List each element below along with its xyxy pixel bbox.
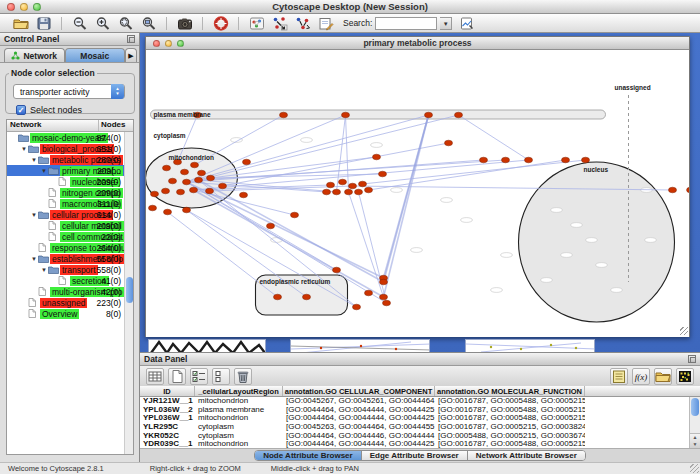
tab-overflow-arrow-icon[interactable]: ▶ bbox=[125, 48, 137, 62]
zoom-fit-icon[interactable] bbox=[117, 15, 134, 31]
table-scrollbar-arrows[interactable]: ▲▼ bbox=[690, 433, 700, 448]
tree-row-establishment-of-lo[interactable]: ▼establishment of lo558(0) bbox=[7, 253, 133, 264]
table-cell: [GO:0016787, GO:0005488, GO:0005215, G..… bbox=[435, 406, 585, 415]
tree-scrollbar-thumb[interactable] bbox=[126, 277, 133, 303]
tree-row-cellular-metabol[interactable]: cellular metabol209(0) bbox=[7, 220, 133, 231]
tree-expand-arrow-icon[interactable]: ▼ bbox=[30, 157, 38, 163]
attr-new-icon[interactable] bbox=[168, 368, 186, 385]
column-header-3[interactable]: annotation.GO MOLECULAR_FUNCTION bbox=[435, 386, 585, 396]
group-legend: Node color selection bbox=[9, 68, 97, 78]
tree-expand-arrow-icon[interactable]: ▼ bbox=[30, 256, 38, 262]
zoom-network-window-button[interactable] bbox=[177, 40, 184, 47]
table-cell: [GO:0016787, GO:0005215, GO:0003824, G..… bbox=[435, 423, 585, 432]
app-resize-grip[interactable] bbox=[690, 464, 699, 473]
tree-row-overview[interactable]: Overview8(0) bbox=[7, 308, 133, 319]
tree-expand-arrow-icon[interactable]: ▼ bbox=[40, 267, 48, 273]
table-row-ypl036w__2[interactable]: YPL036W__2plasma membrane[GO:0044464, GO… bbox=[140, 406, 700, 415]
table-row-yjr121w__1[interactable]: YJR121W__1mitochondrion[GO:0045267, GO:0… bbox=[140, 397, 700, 406]
attr-grid-icon[interactable] bbox=[146, 368, 164, 385]
close-network-window-button[interactable] bbox=[153, 40, 160, 47]
zoom-out-icon[interactable] bbox=[71, 15, 88, 31]
float-panel-icon[interactable] bbox=[127, 35, 135, 43]
background-window-fragment[interactable] bbox=[290, 339, 430, 353]
import-folder-icon[interactable] bbox=[654, 368, 672, 385]
tree-header-nodes[interactable]: Nodes bbox=[99, 120, 133, 131]
node-color-dropdown[interactable]: transporter activity ▲▼ bbox=[13, 84, 125, 99]
save-icon[interactable] bbox=[35, 15, 52, 31]
background-network-fragment[interactable] bbox=[148, 339, 266, 353]
folder-icon bbox=[38, 210, 50, 219]
svg-text:unassigned: unassigned bbox=[615, 84, 651, 92]
column-header-id[interactable]: ID bbox=[140, 386, 195, 396]
table-row-ylr295c[interactable]: YLR295Ccytoplasm[GO:0045263, GO:0044464,… bbox=[140, 423, 700, 432]
tab-network-attribute-browser[interactable]: Network Attribute Browser bbox=[468, 451, 585, 460]
layout-a-icon[interactable] bbox=[271, 15, 288, 31]
table-scrollbar-thumb[interactable] bbox=[691, 398, 699, 416]
table-row-ykr052c[interactable]: YKR052Ccytoplasm[GO:0044464, GO:0044446,… bbox=[140, 432, 700, 441]
close-window-button[interactable] bbox=[7, 3, 15, 11]
snapshot-icon[interactable] bbox=[176, 15, 193, 31]
tab-mosaic[interactable]: Mosaic bbox=[65, 48, 126, 62]
network-canvas[interactable]: plasma membranecytoplasmmitochondrionnuc… bbox=[146, 50, 689, 337]
annotation-icon[interactable] bbox=[317, 15, 334, 31]
background-window-fragment[interactable] bbox=[465, 339, 595, 353]
matrix-icon[interactable] bbox=[676, 368, 694, 385]
tree-row-multi-organism-pro[interactable]: multi-organism pro42(0) bbox=[7, 286, 133, 297]
tree-row-cell-communicat[interactable]: cell communicat22(0) bbox=[7, 231, 133, 242]
tree-scrollbar[interactable] bbox=[124, 132, 133, 454]
vizmapper-icon[interactable] bbox=[248, 15, 265, 31]
tree-row-response-to-stimulu[interactable]: response to stimulu264(0) bbox=[7, 242, 133, 253]
zoom-selected-icon[interactable] bbox=[140, 15, 157, 31]
tree-row-primary-metabo[interactable]: ▼primary metabo209(... bbox=[7, 165, 133, 176]
tree-expand-arrow-icon[interactable]: ▼ bbox=[30, 212, 38, 218]
attr-delete-icon[interactable] bbox=[234, 368, 252, 385]
search-dropdown-icon[interactable]: ▼ bbox=[440, 17, 452, 30]
zoom-window-button[interactable] bbox=[33, 3, 41, 11]
tree-row-transport[interactable]: ▼transport558(0) bbox=[7, 264, 133, 275]
fx-icon[interactable]: f(x) bbox=[632, 368, 650, 385]
help-ring-icon[interactable] bbox=[212, 15, 229, 31]
table-scrollbar[interactable]: ▲▼ bbox=[689, 397, 700, 448]
file-icon bbox=[48, 188, 60, 197]
tree-row-mosaic-demo-yeast[interactable]: mosaic-demo-yeast874(0) bbox=[7, 132, 133, 143]
attr-unselect-icon[interactable] bbox=[212, 368, 230, 385]
select-nodes-checkbox[interactable]: ✓ bbox=[16, 105, 26, 115]
window-resize-grip[interactable] bbox=[680, 327, 688, 335]
tree-row-metabolic-process[interactable]: ▼metabolic process280(0) bbox=[7, 154, 133, 165]
column-header-2[interactable]: annotation.GO CELLULAR_COMPONENT bbox=[283, 386, 435, 396]
table-row-ydr039c__1[interactable]: YDR039C__1mitochondrion[GO:0044464, GO:0… bbox=[140, 440, 700, 448]
open-folder-icon[interactable] bbox=[12, 15, 29, 31]
layout-b-icon[interactable] bbox=[294, 15, 311, 31]
table-row-ypl036w__1[interactable]: YPL036W__1mitochondrion[GO:0044464, GO:0… bbox=[140, 414, 700, 423]
tree-row-biological-process[interactable]: ▼biological_process651(0) bbox=[7, 143, 133, 154]
float-panel-icon[interactable] bbox=[688, 355, 696, 363]
tree-row-count: 264(0) bbox=[96, 243, 121, 253]
tree-row-secretion[interactable]: secretion41(0) bbox=[7, 275, 133, 286]
toolbar-separator bbox=[202, 17, 203, 30]
table-cell: [GO:0045263, GO:0044464, GO:0044455, G..… bbox=[283, 423, 435, 432]
tree-row-macromolecule[interactable]: macromolecule311(0) bbox=[7, 198, 133, 209]
advanced-search-icon[interactable] bbox=[458, 15, 475, 31]
tree-header-network[interactable]: Network bbox=[7, 120, 99, 131]
attr-select-icon[interactable] bbox=[190, 368, 208, 385]
tree-row-cellular-process[interactable]: ▼cellular process614(0) bbox=[7, 209, 133, 220]
tree-row-nucleobase-[interactable]: nucleobase-209(0) bbox=[7, 176, 133, 187]
tree-expand-arrow-icon[interactable]: ▼ bbox=[40, 168, 48, 174]
network-window-title-bar[interactable]: primary metabolic process bbox=[146, 37, 689, 50]
browser-tabs: Node Attribute BrowserEdge Attribute Bro… bbox=[254, 450, 586, 461]
file-icon bbox=[28, 298, 40, 307]
minimize-network-window-button[interactable] bbox=[165, 40, 172, 47]
tab-network[interactable]: Network bbox=[4, 48, 65, 62]
dropdown-steppers-icon: ▲▼ bbox=[111, 84, 124, 99]
tab-node-attribute-browser[interactable]: Node Attribute Browser bbox=[255, 451, 362, 460]
minimize-window-button[interactable] bbox=[20, 3, 28, 11]
notes-icon[interactable] bbox=[610, 368, 628, 385]
search-input[interactable] bbox=[375, 17, 437, 30]
tab-edge-attribute-browser[interactable]: Edge Attribute Browser bbox=[362, 451, 468, 460]
tree-row-nitrogen-compo[interactable]: nitrogen compo209(0) bbox=[7, 187, 133, 198]
app-title: Cytoscape Desktop (New Session) bbox=[0, 1, 700, 12]
tree-row-unassigned[interactable]: unassigned223(0) bbox=[7, 297, 133, 308]
zoom-in-icon[interactable] bbox=[94, 15, 111, 31]
column-header-1[interactable]: _cellularLayoutRegion bbox=[195, 386, 283, 396]
tree-expand-arrow-icon[interactable]: ▼ bbox=[20, 146, 28, 152]
